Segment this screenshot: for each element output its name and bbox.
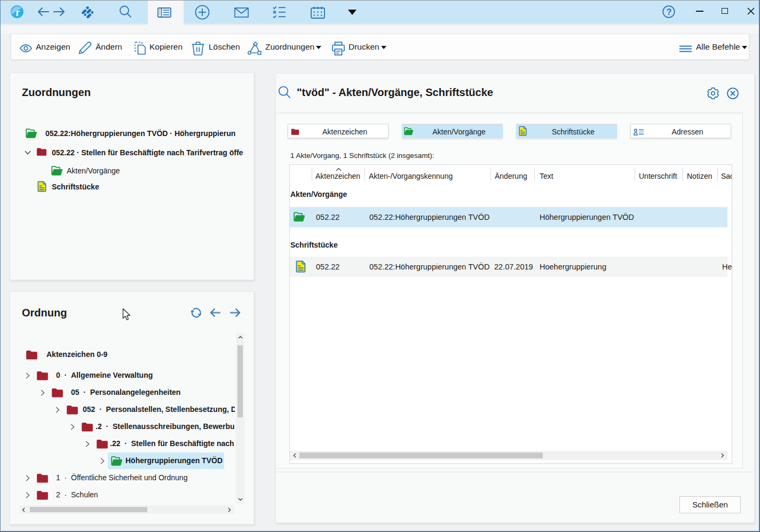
svg-text:?: ? [667,7,672,17]
svg-text:r: r [16,7,20,18]
